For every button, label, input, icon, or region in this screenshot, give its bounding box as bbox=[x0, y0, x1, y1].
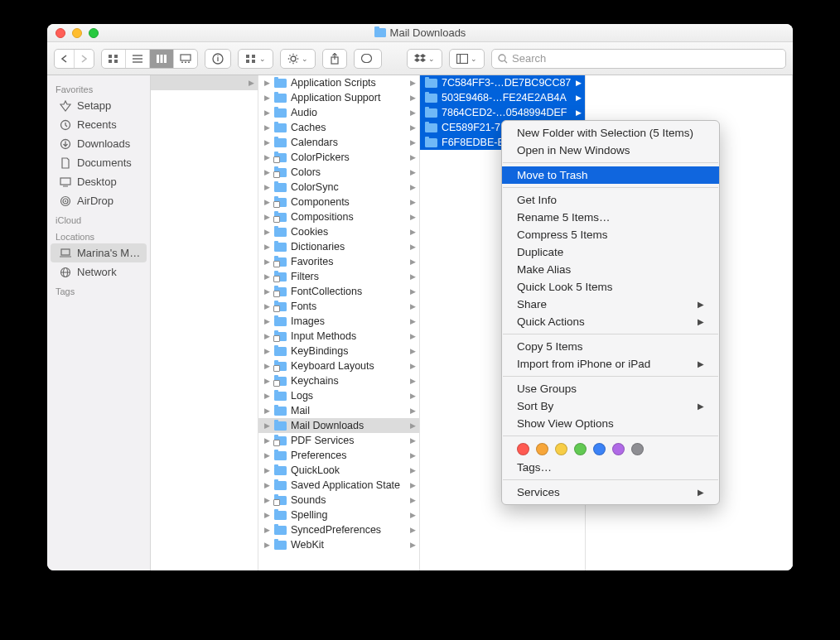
gallery-view-button[interactable] bbox=[174, 50, 197, 68]
menu-item-show-view-options[interactable]: Show View Options bbox=[502, 415, 719, 432]
folder-row[interactable]: ▶Sounds▶ bbox=[258, 493, 419, 508]
chevron-right-icon: ▶ bbox=[410, 541, 416, 549]
folder-row[interactable]: ▶Calendars▶ bbox=[258, 135, 419, 150]
folder-row[interactable]: ▶PDF Services▶ bbox=[258, 433, 419, 448]
folder-row[interactable]: ▶QuickLook▶ bbox=[258, 463, 419, 478]
menu-item-tags[interactable]: Tags… bbox=[502, 459, 719, 476]
sidebar-item-desktop[interactable]: Desktop bbox=[47, 172, 150, 191]
menu-item-compress-items[interactable]: Compress 5 Items bbox=[502, 226, 719, 243]
folder-row[interactable]: ▶Caches▶ bbox=[258, 120, 419, 135]
folder-row[interactable]: ▶Fonts▶ bbox=[258, 299, 419, 314]
folder-label: CE589F21-7… bbox=[442, 122, 510, 133]
menu-item-services[interactable]: Services▶ bbox=[502, 484, 719, 501]
folder-row[interactable]: ▶FontCollections▶ bbox=[258, 284, 419, 299]
back-button[interactable] bbox=[55, 50, 75, 68]
folder-row[interactable]: ▶Dictionaries▶ bbox=[258, 239, 419, 254]
folder-row[interactable]: ▶KeyBindings▶ bbox=[258, 344, 419, 358]
selected-folder-row[interactable]: 7C584FF3-…DE7BC9CC87▶ bbox=[420, 75, 585, 90]
menu-item-share[interactable]: Share▶ bbox=[502, 296, 719, 313]
menu-item-make-alias[interactable]: Make Alias bbox=[502, 261, 719, 278]
sidebar-item-label: Network bbox=[77, 266, 117, 278]
sidebar-item-downloads[interactable]: Downloads bbox=[47, 134, 150, 153]
menu-item-open-in-new-windows[interactable]: Open in New Windows bbox=[502, 142, 719, 159]
folder-row[interactable]: ▶Audio▶ bbox=[258, 105, 419, 120]
forward-button[interactable] bbox=[75, 50, 94, 68]
folder-row[interactable]: ▶Keyboard Layouts▶ bbox=[258, 358, 419, 373]
list-view-button[interactable] bbox=[126, 50, 150, 68]
info-button[interactable]: i bbox=[205, 49, 231, 69]
close-window-button[interactable] bbox=[56, 28, 65, 38]
folder-row[interactable]: ▶Filters▶ bbox=[258, 269, 419, 284]
menu-item-move-to-trash[interactable]: Move to Trash bbox=[502, 166, 719, 184]
sidebar-item-airdrop[interactable]: AirDrop bbox=[47, 191, 150, 210]
tag-color-dot[interactable] bbox=[555, 443, 567, 455]
tag-color-dot[interactable] bbox=[536, 443, 548, 455]
selected-folder-row[interactable]: 503E9468-…FE24E2AB4A▶ bbox=[420, 90, 585, 105]
sidebar-toggle-button[interactable]: ⌄ bbox=[449, 49, 485, 69]
folder-row[interactable]: ▶Favorites▶ bbox=[258, 254, 419, 269]
tag-color-dot[interactable] bbox=[574, 443, 587, 455]
folder-icon bbox=[274, 272, 287, 282]
folder-row[interactable]: ▶Cookies▶ bbox=[258, 224, 419, 239]
folder-row[interactable]: ▶Mail Downloads▶ bbox=[258, 418, 419, 433]
menu-item-label: Copy 5 Items bbox=[517, 340, 583, 353]
disclosure-triangle-icon: ▶ bbox=[263, 332, 270, 340]
folder-icon bbox=[274, 138, 287, 147]
tag-color-dot[interactable] bbox=[593, 443, 606, 455]
menu-tag-colors bbox=[502, 440, 719, 459]
search-field[interactable]: Search bbox=[491, 49, 786, 69]
sidebar-item-marina-s-m-[interactable]: Marina's M… bbox=[51, 243, 147, 262]
column-1-selected-row[interactable]: ▶ bbox=[151, 75, 258, 90]
sidebar-item-documents[interactable]: Documents bbox=[47, 153, 150, 172]
menu-item-get-info[interactable]: Get Info bbox=[502, 191, 719, 209]
folder-row[interactable]: ▶ColorSync▶ bbox=[258, 180, 419, 195]
tag-color-dot[interactable] bbox=[612, 443, 625, 455]
folder-row[interactable]: ▶Compositions▶ bbox=[258, 209, 419, 224]
folder-row[interactable]: ▶Components▶ bbox=[258, 195, 419, 209]
menu-item-copy-items[interactable]: Copy 5 Items bbox=[502, 338, 719, 355]
tags-button[interactable] bbox=[354, 49, 382, 69]
share-button[interactable] bbox=[322, 49, 347, 69]
menu-item-quick-look-items[interactable]: Quick Look 5 Items bbox=[502, 278, 719, 296]
zoom-window-button[interactable] bbox=[89, 28, 99, 38]
tag-color-dot[interactable] bbox=[631, 443, 644, 455]
folder-icon bbox=[274, 79, 287, 88]
column-1[interactable]: ▶ bbox=[151, 75, 258, 570]
folder-row[interactable]: ▶Keychains▶ bbox=[258, 373, 419, 388]
folder-row[interactable]: ▶ColorPickers▶ bbox=[258, 150, 419, 165]
menu-item-import-from-iphone-or-ipad[interactable]: Import from iPhone or iPad▶ bbox=[502, 355, 719, 373]
folder-row[interactable]: ▶Input Methods▶ bbox=[258, 329, 419, 344]
group-by-button[interactable]: ⌄ bbox=[238, 49, 273, 69]
icon-view-button[interactable] bbox=[102, 50, 126, 68]
folder-row[interactable]: ▶Application Scripts▶ bbox=[258, 75, 419, 90]
action-button[interactable]: ⌄ bbox=[280, 49, 316, 69]
svg-rect-1 bbox=[114, 55, 118, 58]
sidebar-item-recents[interactable]: Recents bbox=[47, 115, 150, 134]
menu-item-new-folder-with-selection-items[interactable]: New Folder with Selection (5 Items) bbox=[502, 124, 719, 142]
menu-item-use-groups[interactable]: Use Groups bbox=[502, 380, 719, 397]
dropbox-button[interactable]: ⌄ bbox=[407, 49, 442, 69]
folder-row[interactable]: ▶Saved Application State▶ bbox=[258, 478, 419, 493]
folder-row[interactable]: ▶Application Support▶ bbox=[258, 90, 419, 105]
minimize-window-button[interactable] bbox=[72, 28, 82, 38]
folder-row[interactable]: ▶Logs▶ bbox=[258, 388, 419, 403]
menu-item-quick-actions[interactable]: Quick Actions▶ bbox=[502, 313, 719, 330]
folder-row[interactable]: ▶WebKit▶ bbox=[258, 537, 419, 552]
sidebar-item-network[interactable]: Network bbox=[47, 262, 150, 282]
sidebar-item-setapp[interactable]: Setapp bbox=[47, 96, 150, 115]
menu-item-duplicate[interactable]: Duplicate bbox=[502, 243, 719, 261]
folder-row[interactable]: ▶Spelling▶ bbox=[258, 508, 419, 522]
menu-item-rename-items[interactable]: Rename 5 Items… bbox=[502, 209, 719, 226]
folder-row[interactable]: ▶Images▶ bbox=[258, 314, 419, 329]
folder-row[interactable]: ▶Preferences▶ bbox=[258, 448, 419, 463]
menu-item-sort-by[interactable]: Sort By▶ bbox=[502, 397, 719, 415]
folder-row[interactable]: ▶SyncedPreferences▶ bbox=[258, 522, 419, 537]
selected-folder-row[interactable]: 7864CED2-…0548994DEF▶ bbox=[420, 105, 585, 120]
svg-rect-11 bbox=[181, 61, 183, 63]
tag-color-dot[interactable] bbox=[517, 443, 529, 455]
folder-icon bbox=[425, 79, 437, 88]
folder-icon bbox=[425, 108, 437, 118]
folder-row[interactable]: ▶Colors▶ bbox=[258, 165, 419, 180]
folder-row[interactable]: ▶Mail▶ bbox=[258, 403, 419, 418]
column-view-button[interactable] bbox=[150, 50, 174, 68]
